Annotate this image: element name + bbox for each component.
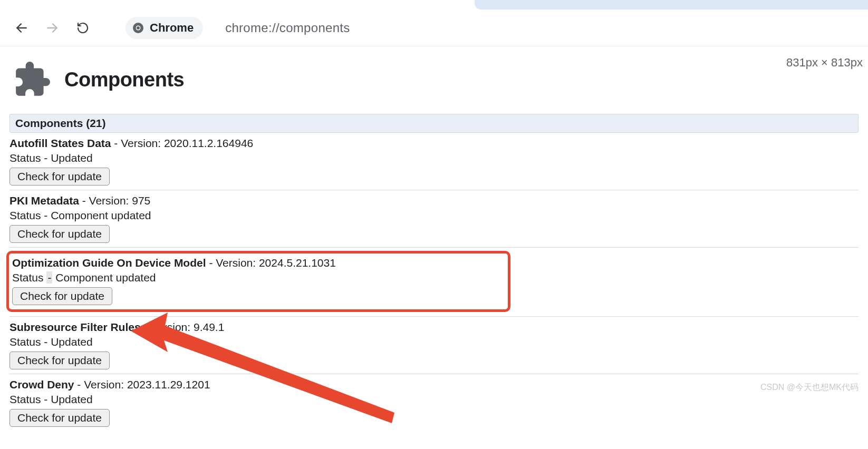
section-header: Components (21) bbox=[9, 114, 859, 133]
page-title: Components bbox=[64, 69, 184, 91]
check-for-update-button[interactable]: Check for update bbox=[9, 352, 110, 369]
component-status: Status - Updated bbox=[9, 151, 859, 168]
component-row: Subresource Filter Rules - Version: 9.49… bbox=[9, 317, 859, 374]
chrome-icon bbox=[132, 22, 144, 34]
back-button[interactable] bbox=[13, 19, 31, 37]
component-title-line: Autofill States Data - Version: 2020.11.… bbox=[9, 136, 859, 151]
component-version: 9.49.1 bbox=[194, 321, 224, 333]
component-status: Status - Component updated bbox=[9, 208, 859, 225]
tab-strip bbox=[0, 0, 868, 9]
address-chip[interactable]: Chrome bbox=[126, 17, 203, 39]
component-name: Optimization Guide On Device Model bbox=[12, 257, 206, 269]
check-for-update-button[interactable]: Check for update bbox=[9, 168, 110, 186]
svg-point-4 bbox=[137, 26, 140, 30]
component-row: Optimization Guide On Device Model - Ver… bbox=[9, 248, 859, 317]
page-header: Components bbox=[9, 55, 859, 114]
component-row: Crowd Deny - Version: 2023.11.29.1201Sta… bbox=[9, 374, 859, 431]
component-name: PKI Metadata bbox=[9, 194, 79, 207]
check-for-update-button[interactable]: Check for update bbox=[12, 287, 112, 305]
component-version: 2023.11.29.1201 bbox=[127, 378, 210, 391]
component-version: 2020.11.2.164946 bbox=[164, 137, 253, 149]
component-row: Autofill States Data - Version: 2020.11.… bbox=[9, 133, 859, 190]
watermark: CSDN @今天也想MK代码 bbox=[760, 382, 859, 393]
component-status: Status - Updated bbox=[9, 335, 859, 352]
component-title-line: Crowd Deny - Version: 2023.11.29.1201 bbox=[9, 377, 859, 392]
url-text[interactable]: chrome://components bbox=[225, 21, 350, 35]
component-row: PKI Metadata - Version: 975Status - Comp… bbox=[9, 190, 859, 248]
check-for-update-button[interactable]: Check for update bbox=[9, 225, 110, 243]
browser-toolbar: Chrome chrome://components bbox=[0, 9, 868, 46]
version-label: Version: bbox=[121, 137, 164, 149]
version-label: Version: bbox=[216, 257, 259, 269]
component-name: Subresource Filter Rules bbox=[9, 321, 141, 333]
version-label: Version: bbox=[150, 321, 194, 333]
component-version: 975 bbox=[132, 194, 150, 207]
component-status: Status - Updated bbox=[9, 392, 859, 409]
chip-label: Chrome bbox=[150, 21, 194, 35]
component-title-line: PKI Metadata - Version: 975 bbox=[9, 193, 859, 208]
reload-button[interactable] bbox=[74, 19, 92, 37]
puzzle-icon bbox=[13, 60, 52, 99]
component-status: Status - Component updated bbox=[12, 270, 505, 287]
dimension-info: 831px × 813px bbox=[786, 56, 863, 70]
version-label: Version: bbox=[84, 378, 127, 391]
version-label: Version: bbox=[89, 194, 132, 207]
component-title-line: Subresource Filter Rules - Version: 9.49… bbox=[9, 320, 859, 335]
component-title-line: Optimization Guide On Device Model - Ver… bbox=[12, 256, 505, 270]
component-name: Crowd Deny bbox=[9, 378, 74, 391]
forward-button[interactable] bbox=[43, 19, 61, 37]
component-name: Autofill States Data bbox=[9, 137, 111, 149]
component-version: 2024.5.21.1031 bbox=[259, 257, 336, 269]
check-for-update-button[interactable]: Check for update bbox=[9, 409, 110, 427]
